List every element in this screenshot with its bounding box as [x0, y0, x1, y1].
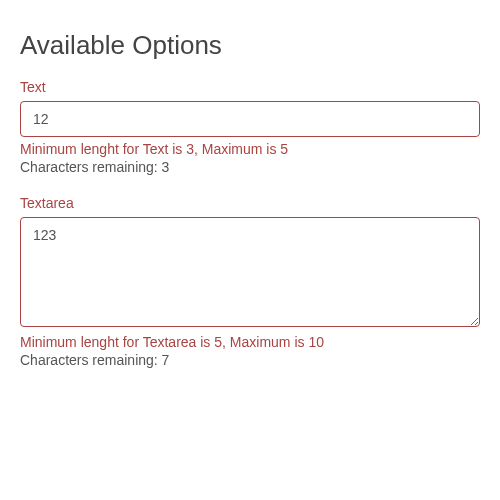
- textarea-remaining-message: Characters remaining: 7: [20, 352, 480, 368]
- textarea-error-message: Minimum lenght for Textarea is 5, Maximu…: [20, 334, 480, 350]
- textarea-label: Textarea: [20, 195, 480, 211]
- text-remaining-message: Characters remaining: 3: [20, 159, 480, 175]
- text-input[interactable]: [20, 101, 480, 137]
- textarea-field-group: Textarea Minimum lenght for Textarea is …: [20, 195, 480, 368]
- text-error-message: Minimum lenght for Text is 3, Maximum is…: [20, 141, 480, 157]
- text-field-group: Text Minimum lenght for Text is 3, Maxim…: [20, 79, 480, 175]
- options-form: Available Options Text Minimum lenght fo…: [20, 30, 480, 368]
- section-title: Available Options: [20, 30, 480, 61]
- text-label: Text: [20, 79, 480, 95]
- textarea-input[interactable]: [20, 217, 480, 327]
